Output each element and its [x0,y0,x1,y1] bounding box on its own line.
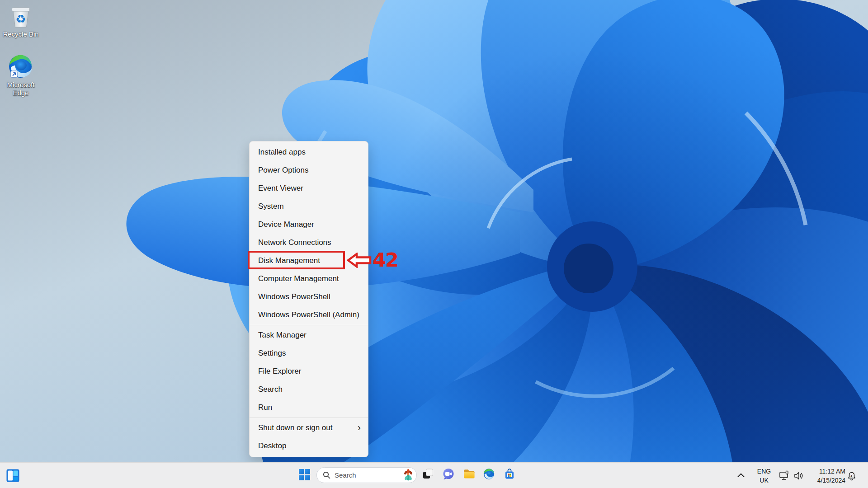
annotation-arrow-icon [347,253,372,268]
menu-item-file-explorer[interactable]: File Explorer [250,362,368,380]
desktop-icon-recycle-bin[interactable]: ♻ Recycle Bin [0,4,42,38]
desktop-icon-microsoft-edge[interactable]: Microsoft Edge [0,53,42,97]
menu-item-label: Settings [258,349,361,358]
edge-taskbar-button[interactable] [483,468,495,480]
menu-item-desktop[interactable]: Desktop [250,437,368,455]
menu-item-device-manager[interactable]: Device Manager [250,216,368,234]
taskbar: Search [0,462,868,488]
menu-item-label: Task Manager [258,331,361,340]
menu-item-windows-powershell[interactable]: Windows PowerShell [250,288,368,306]
svg-text:z: z [851,474,853,477]
volume-icon[interactable] [793,470,804,481]
chevron-right-icon: › [358,423,361,433]
menu-item-label: Power Options [258,166,361,175]
menu-item-label: System [258,202,361,211]
desktop: ♻ Recycle Bin [0,0,868,488]
menu-item-system[interactable]: System [250,197,368,216]
language-indicator[interactable]: ENG UK [756,467,772,485]
menu-item-label: Installed apps [258,148,361,157]
annotation-number: 42 [373,249,398,271]
menu-item-label: Event Viewer [258,184,361,193]
menu-item-network-connections[interactable]: Network Connections [250,234,368,252]
search-label: Search [335,471,403,479]
task-view-button[interactable] [422,468,434,480]
menu-separator [250,418,368,418]
chat-button[interactable] [443,468,454,480]
menu-item-computer-management[interactable]: Computer Management [250,270,368,288]
menu-item-label: Search [258,385,361,394]
file-explorer-button[interactable] [463,468,475,480]
recycle-bin-icon: ♻ [9,4,33,29]
desktop-icon-label: Recycle Bin [0,30,42,38]
menu-item-installed-apps[interactable]: Installed apps [250,143,368,161]
start-button[interactable] [299,469,310,480]
desktop-icon-label: Microsoft Edge [0,81,42,97]
clock-date: 4/15/2024 [809,476,845,485]
menu-item-settings[interactable]: Settings [250,344,368,362]
svg-text:♻: ♻ [15,12,26,26]
menu-item-label: Network Connections [258,238,361,247]
search-box[interactable]: Search [316,467,417,483]
clock-time: 11:12 AM [809,467,845,476]
menu-item-label: Shut down or sign out [258,423,358,432]
microsoft-store-button[interactable] [504,468,515,480]
clock[interactable]: 11:12 AM 4/15/2024 [809,467,845,485]
menu-item-shut-down-or-sign-out[interactable]: Shut down or sign out› [250,419,368,437]
menu-item-label: Computer Management [258,274,361,283]
search-icon [323,471,330,479]
edge-icon [8,53,34,80]
menu-item-task-manager[interactable]: Task Manager [250,326,368,344]
winx-menu: Installed appsPower OptionsEvent ViewerS… [249,141,368,457]
menu-separator [250,325,368,325]
menu-item-event-viewer[interactable]: Event Viewer [250,179,368,197]
menu-item-label: Windows PowerShell (Admin) [258,310,361,319]
menu-item-windows-powershell-admin[interactable]: Windows PowerShell (Admin) [250,306,368,324]
notifications-bell-icon[interactable]: z z [846,470,857,481]
widgets-button[interactable] [6,469,19,482]
menu-item-label: Device Manager [258,220,361,229]
tray-chevron-up-icon[interactable] [737,473,745,478]
menu-item-search[interactable]: Search [250,380,368,399]
menu-item-power-options[interactable]: Power Options [250,161,368,179]
network-icon[interactable] [779,470,790,481]
menu-item-run[interactable]: Run [250,399,368,417]
annotation-highlight-box [248,251,345,269]
menu-item-label: Windows PowerShell [258,292,361,301]
menu-item-label: Desktop [258,441,361,450]
search-highlight-image [403,469,414,482]
menu-item-label: File Explorer [258,367,361,376]
wallpaper [0,0,868,488]
menu-item-label: Run [258,403,361,412]
